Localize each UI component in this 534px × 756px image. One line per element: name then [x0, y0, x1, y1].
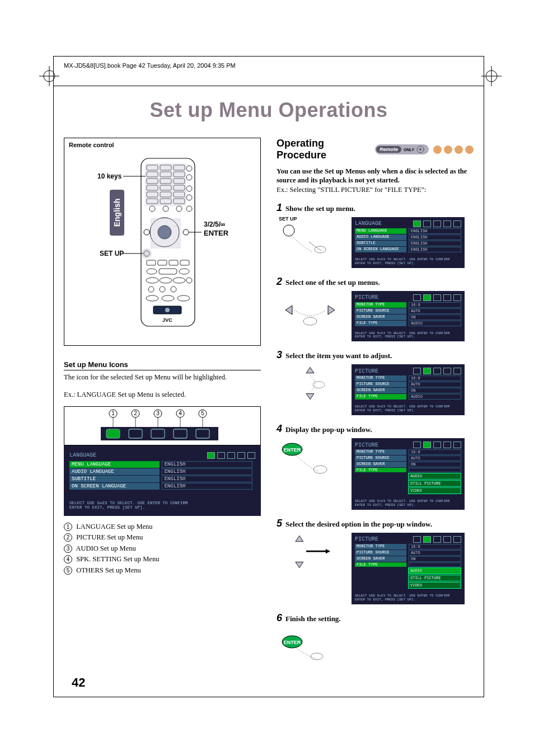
- intro-text: You can use the Set up Menus only when a…: [277, 167, 474, 194]
- page-title: Set up Menu Operations: [54, 98, 484, 122]
- menu-row: PICTURE SOURCEAUTO: [355, 550, 461, 556]
- legend-item: 2 PICTURE Set up Menu: [64, 532, 261, 543]
- label-10keys: 10 keys: [97, 172, 122, 180]
- svg-text:3: 3: [156, 410, 160, 416]
- menu-icon-strip: [207, 452, 255, 459]
- menu-row: MENU LANGUAGEENGLISH: [355, 228, 461, 234]
- menu-row: FILE TYPEAUDIO: [355, 394, 461, 400]
- svg-marker-102: [326, 549, 330, 554]
- svg-text:ENTER: ENTER: [204, 229, 229, 237]
- step-6: 6Finish the setting. ENTER: [277, 612, 474, 665]
- legend-item: 3 AUDIO Set up Menu: [64, 543, 261, 554]
- press-enter-figure-2: ENTER: [277, 627, 344, 665]
- svg-rect-38: [147, 260, 156, 265]
- setup-menu-icons-example: Ex.: LANGUAGE Set up Menu is selected.: [64, 390, 261, 400]
- legend-item: 5 OTHERS Set up Menu: [64, 565, 261, 576]
- label-setup: SET UP: [100, 250, 124, 257]
- legend-item: 1 LANGUAGE Set up Menu: [64, 522, 261, 532]
- svg-point-31: [186, 195, 192, 200]
- menu-row: FILE TYPEAUDIO: [355, 321, 461, 326]
- step-2: 2Select one of the set up menus. PICTURE…: [277, 276, 474, 342]
- svg-point-53: [162, 295, 174, 301]
- menu-step2: PICTURE MONITOR TYPE16:9PICTURE SOURCEAU…: [352, 291, 465, 342]
- svg-point-29: [186, 175, 192, 180]
- svg-point-93: [303, 317, 317, 325]
- svg-point-48: [186, 278, 192, 283]
- popup-option: VIDEO: [408, 487, 461, 494]
- menu-row: SCREEN SAVERON: [355, 462, 461, 467]
- svg-rect-39: [158, 260, 167, 265]
- iconbar-diagram: 1 2 3 4 5: [64, 406, 261, 445]
- svg-point-32: [186, 206, 192, 212]
- reg-mark: [481, 66, 502, 86]
- svg-point-105: [311, 653, 323, 660]
- menu-row: ON SCREEN LANGUAGEENGLISH: [69, 483, 255, 490]
- svg-marker-94: [306, 368, 314, 373]
- svg-marker-92: [328, 306, 335, 314]
- svg-marker-95: [306, 394, 314, 400]
- menu-language: LANGUAGE MENU LANGUAGEENGLISHAUDIO LANGU…: [64, 445, 261, 516]
- menu-row: AUDIO LANGUAGEENGLISH: [355, 234, 461, 240]
- remote-illustration: JVC 10 keys SET UP 3/2/5/∞ ENTER: [69, 148, 256, 339]
- setup-menu-icons-heading: Set up Menu Icons: [64, 360, 261, 370]
- svg-point-54: [177, 295, 190, 301]
- svg-point-30: [186, 186, 192, 191]
- menu-row: AUDIO LANGUAGEENGLISH: [69, 468, 255, 475]
- menu-step5: PICTURE MONITOR TYPE16:9PICTURE SOURCEAU…: [352, 533, 465, 604]
- popup-option: VIDEO: [408, 582, 461, 589]
- page-frame: MX-JD5&8[US].book Page 42 Tuesday, April…: [53, 56, 484, 697]
- svg-point-27: [176, 206, 182, 212]
- svg-rect-40: [169, 260, 178, 265]
- remote-control-diagram: Remote control: [64, 138, 261, 346]
- svg-point-52: [146, 295, 158, 301]
- menu-row: SCREEN SAVERON: [355, 556, 461, 562]
- svg-text:5: 5: [201, 410, 204, 416]
- popup-option: AUDIO: [408, 473, 461, 480]
- svg-marker-100: [296, 536, 303, 541]
- menu-row: SUBTITLEENGLISH: [355, 241, 461, 246]
- svg-text:4: 4: [179, 410, 182, 416]
- svg-point-49: [148, 287, 154, 292]
- svg-point-56: [165, 308, 170, 312]
- svg-point-63: [142, 248, 152, 259]
- setup-button-label: SET UP: [279, 216, 297, 222]
- svg-point-25: [149, 206, 155, 212]
- svg-rect-82: [106, 429, 120, 438]
- svg-text:3/2/5/∞: 3/2/5/∞: [204, 220, 226, 228]
- svg-point-44: [179, 269, 189, 274]
- popup-option: AUDIO: [408, 567, 461, 574]
- menu-row: FILE TYPE: [355, 468, 461, 472]
- remote-only-badge: Remote ONLY: [375, 144, 429, 154]
- menu-step3: PICTURE MONITOR TYPE16:9PICTURE SOURCEAU…: [352, 364, 465, 415]
- svg-rect-43: [159, 269, 177, 274]
- menu-row: PICTURE SOURCEAUTO: [355, 456, 461, 461]
- svg-point-36: [183, 229, 189, 235]
- svg-marker-91: [285, 306, 292, 314]
- disc-indicators: [433, 145, 474, 154]
- book-header: MX-JD5&8[US].book Page 42 Tuesday, April…: [54, 57, 484, 86]
- svg-text:1: 1: [111, 410, 115, 416]
- remote-only-icon: [416, 145, 424, 153]
- svg-point-46: [160, 278, 172, 283]
- svg-text:2: 2: [134, 410, 137, 416]
- popup-option: STILL PICTURE: [408, 480, 461, 487]
- svg-point-35: [144, 229, 149, 235]
- svg-text:ENTER: ENTER: [284, 640, 301, 645]
- svg-marker-101: [296, 562, 303, 567]
- page-number: 42: [54, 672, 484, 697]
- menu-row: MENU LANGUAGEENGLISH: [69, 461, 255, 468]
- menu-step1: LANGUAGE MENU LANGUAGEENGLISHAUDIO LANGU…: [352, 217, 465, 268]
- svg-rect-62: [151, 218, 181, 248]
- svg-point-47: [173, 278, 185, 283]
- svg-point-99: [313, 466, 327, 473]
- svg-text:ENTER: ENTER: [284, 447, 301, 453]
- step-5: 5Select the desired option in the pop-up…: [277, 518, 474, 604]
- press-enter-figure: ENTER: [277, 438, 344, 476]
- menu-row: MONITOR TYPE16:9: [355, 375, 461, 381]
- nav-up-down-arrow-figure: [277, 533, 344, 571]
- svg-point-96: [313, 382, 325, 388]
- step-4: 4Display the pop-up window. ENTER PICTUR…: [277, 423, 474, 510]
- step-3: 3Select the item you want to adjust. PIC…: [277, 349, 474, 415]
- svg-point-90: [315, 246, 326, 253]
- menu-row: ON SCREEN LANGUAGEENGLISH: [355, 247, 461, 252]
